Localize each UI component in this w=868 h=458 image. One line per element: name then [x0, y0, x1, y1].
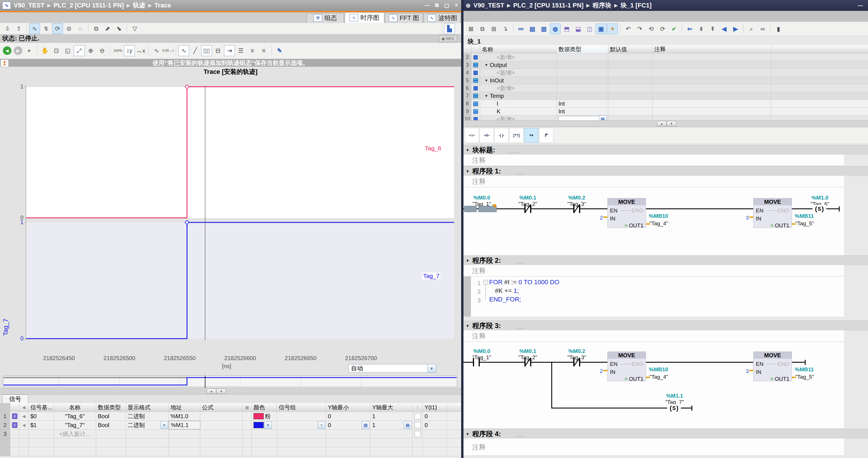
header-scale-icon[interactable]: ↕ — [412, 403, 423, 412]
en-pin[interactable]: EN — [610, 207, 617, 214]
samples-markers-icon[interactable]: ∿ — [178, 45, 189, 56]
symbol-info-icon[interactable]: ◫ — [584, 24, 595, 34]
move-box-2[interactable]: MOVE EN ENO IN ✳OUT1 — [753, 198, 792, 228]
out-operand-address[interactable]: %MB10 — [649, 213, 683, 219]
signal-row-tag6[interactable]: 1 ‖ ◀ $0 "Tag_6" Bool 二进制 %M1.0 粉 0 1 0 — [0, 412, 461, 421]
network-1-header[interactable]: ▼ 程序段 1: ..... — [463, 166, 868, 176]
signal-name-cell[interactable]: "Tag_7" — [54, 421, 96, 429]
var-name-cell[interactable]: K — [480, 108, 557, 115]
signal-name-cell[interactable]: "Tag_6" — [54, 412, 96, 421]
out-operand-tag[interactable]: "Tag_4" — [649, 221, 684, 227]
selected-contact-block[interactable] — [464, 206, 477, 212]
chevron-down-icon[interactable]: ▼ — [466, 324, 469, 328]
network-2-comment[interactable]: 注释 — [463, 265, 844, 277]
eno-pin[interactable]: ENO — [778, 207, 789, 214]
add-network-icon[interactable]: ⊞ — [488, 24, 499, 34]
title-dots[interactable]: ..... — [515, 170, 525, 176]
header-comment[interactable]: 注释 — [653, 45, 771, 53]
in-constant[interactable]: 2 — [594, 368, 603, 374]
operand-address[interactable]: %M0.0 — [465, 195, 499, 201]
empty-box-button[interactable]: [??] — [509, 128, 524, 143]
header-color[interactable]: 颜色 — [252, 403, 277, 412]
repeat-measurement-icon[interactable]: ⟳ — [52, 23, 63, 34]
eno-pin[interactable]: ENO — [632, 207, 644, 214]
interface-row[interactable]: 4 <新增> — [463, 69, 868, 77]
network-2-header[interactable]: ▼ 程序段 2: ..... — [463, 255, 868, 265]
find-replace-icon[interactable]: ⌕ — [746, 24, 757, 34]
add-installed-trace-to-config-icon[interactable]: ∿ — [29, 23, 40, 34]
reset-layout-icon[interactable]: ↴ — [500, 24, 511, 34]
signal-row-tag7[interactable]: 2 ‖ ◀ $1 "Tag_7" Bool 二进制▼ %M1.1 ▼ ▼ 0▦ … — [0, 421, 461, 430]
operand-address[interactable]: %M0.1 — [511, 348, 545, 354]
header-display-format[interactable]: 显示格式 — [126, 403, 169, 412]
display-format-cell[interactable]: 二进制▼ — [126, 421, 169, 429]
overview-band[interactable] — [3, 376, 457, 387]
signal-insert-row[interactable]: 3 <插入新计... — [0, 430, 461, 438]
chevron-down-icon[interactable]: ▼ — [485, 63, 488, 67]
header-address[interactable]: 地址 — [169, 403, 200, 412]
breadcrumb-plc[interactable]: PLC_2 [CPU 1511-1 PN] — [54, 2, 124, 9]
move-box-1[interactable]: MOVE EN ENO IN ✳OUT1 — [608, 351, 646, 381]
header-formula[interactable]: 公式 — [200, 403, 243, 412]
jump-label-icon[interactable]: ⇟ — [696, 24, 707, 34]
breadcrumb-block[interactable]: 块_1 [FC1] — [621, 1, 652, 10]
out1-pin[interactable]: OUT1 — [775, 376, 789, 382]
delete-trace-icon[interactable]: ↯ — [41, 23, 52, 34]
in-pin[interactable]: IN — [756, 216, 761, 222]
chevron-down-icon[interactable]: ▼ — [466, 169, 469, 173]
title-dots[interactable]: ..... — [509, 149, 520, 154]
signal-datatype-cell[interactable]: Bool — [96, 412, 126, 421]
refresh-icon[interactable]: ◌ — [75, 23, 86, 34]
absolute-operands-icon[interactable]: ≔ — [516, 24, 526, 34]
operand-address[interactable]: %M0.1 — [511, 195, 545, 201]
redo-icon[interactable]: ↷ — [634, 24, 645, 34]
minimize-button[interactable]: — — [856, 3, 865, 8]
move-box-2[interactable]: MOVE EN ENO IN ✳OUT1 — [753, 351, 792, 381]
fx-cell[interactable] — [243, 412, 252, 421]
header-datatype[interactable]: 数据类型 — [557, 45, 608, 53]
bars-vertical-icon[interactable]: ▯▯ — [201, 45, 212, 56]
block-title-header[interactable]: ▼ 块标题: ..... — [463, 145, 868, 155]
minimize-button[interactable]: — — [422, 2, 432, 8]
header-signal-group[interactable]: 信号组 — [277, 403, 326, 412]
add-to-config-shortcut-icon[interactable]: ↥ — [1, 60, 8, 67]
zoom-selection-icon[interactable]: ⊡ — [51, 45, 62, 56]
operand-tag[interactable]: "Tag_3" — [560, 354, 594, 361]
set-coil[interactable]: (S) — [667, 404, 681, 412]
out-operand-address[interactable]: %MB11 — [795, 213, 829, 219]
interface-row-inout[interactable]: 5 ▼InOut — [463, 77, 868, 84]
block-comment[interactable]: 注释 — [463, 154, 844, 166]
interface-row[interactable]: 2 <新增> — [463, 54, 868, 61]
breadcrumb-trace[interactable]: Trace — [154, 2, 171, 9]
signal-overview-icon[interactable]: ∿ — [151, 45, 162, 56]
y-max-cell[interactable]: 1▦ — [371, 421, 412, 429]
set-coil[interactable]: (S) — [812, 205, 826, 213]
jump-target-icon[interactable]: ⇞ — [707, 24, 718, 34]
plot-area-tag7[interactable] — [26, 222, 454, 339]
zoom-in-icon[interactable]: ⊕ — [85, 45, 96, 56]
out1-pin[interactable]: OUT1 — [629, 376, 644, 382]
network-4-header[interactable]: ▼ 程序段 4: ..... — [463, 429, 868, 439]
speaker-icon[interactable]: ◀ — [20, 412, 29, 421]
en-pin[interactable]: EN — [610, 361, 617, 367]
operand-address[interactable]: %M0.2 — [560, 348, 594, 354]
restore-button[interactable]: ⧉ — [432, 2, 442, 8]
measurement-device-icon[interactable]: ▙ — [444, 23, 455, 34]
network-4-comment[interactable]: 注释 — [463, 438, 844, 456]
breadcrumb-plc[interactable]: PLC_2 [CPU 1511-1 PN] — [513, 2, 584, 9]
open-branch-button[interactable]: ↪ — [524, 128, 538, 143]
title-dots[interactable]: ..... — [515, 432, 525, 438]
code-line-3[interactable]: END_FOR; — [489, 295, 521, 303]
tab-configuration[interactable]: ⚒ 组态 — [307, 13, 344, 23]
network-3-header[interactable]: ▼ 程序段 3: ..... — [463, 321, 868, 331]
y-min-cell[interactable]: 0 — [326, 412, 371, 421]
header-y-max[interactable]: Y轴最大 — [371, 403, 412, 412]
operand-tag[interactable]: "Tag_2" — [511, 354, 545, 361]
var-type-cell[interactable]: Int — [557, 108, 608, 115]
coil-address[interactable]: %M1.0 — [803, 195, 837, 201]
nc-contact-button[interactable]: ⊣/⊢ — [479, 128, 494, 143]
interface-row-temp[interactable]: 7 ▼Temp — [463, 92, 868, 100]
operand-tag[interactable]: "Tag_1" — [465, 354, 499, 361]
out-operand-tag[interactable]: "Tag_4" — [649, 374, 684, 380]
monitor-glasses-icon[interactable]: ∞ — [757, 24, 768, 34]
